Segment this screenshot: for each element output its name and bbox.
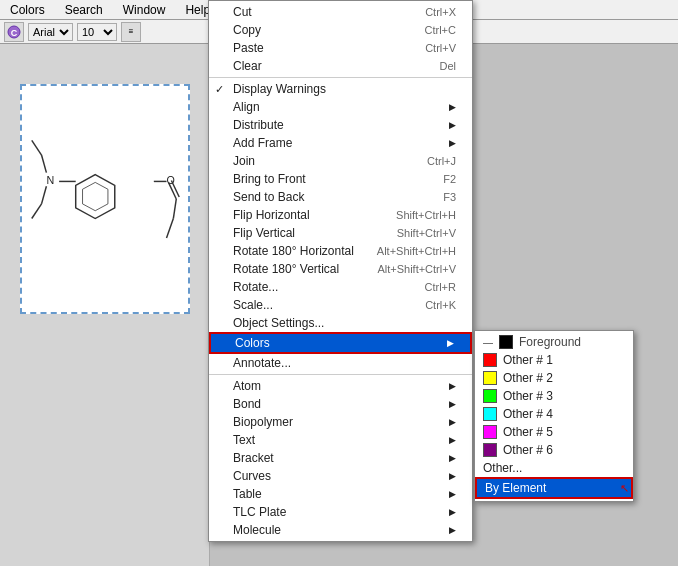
svg-line-8 — [42, 186, 47, 204]
svg-line-9 — [32, 204, 42, 219]
menu-rotate[interactable]: Rotate... Ctrl+R — [209, 278, 472, 296]
menu-add-frame[interactable]: Add Frame — [209, 134, 472, 152]
menu-display-warnings[interactable]: Display Warnings — [209, 80, 472, 98]
menu-send-to-back[interactable]: Send to Back F3 — [209, 188, 472, 206]
svg-line-15 — [167, 219, 174, 239]
svg-line-11 — [32, 140, 42, 155]
submenu-separator-line: — Foreground — [475, 333, 633, 351]
menu-bring-to-front[interactable]: Bring to Front F2 — [209, 170, 472, 188]
svg-text:N: N — [46, 174, 54, 186]
other3-swatch — [483, 389, 497, 403]
size-select[interactable]: 10 — [77, 23, 117, 41]
submenu-other4[interactable]: Other # 4 — [475, 405, 633, 423]
submenu-by-element[interactable]: By Element ↖ — [475, 477, 633, 499]
menu-rotate-180v[interactable]: Rotate 180° Vertical Alt+Shift+Ctrl+V — [209, 260, 472, 278]
svg-line-10 — [42, 155, 47, 173]
canvas-area: N O — [0, 44, 210, 566]
colors-submenu: — Foreground Other # 1 Other # 2 Other #… — [474, 330, 634, 502]
menu-rotate-180h[interactable]: Rotate 180° Horizontal Alt+Shift+Ctrl+H — [209, 242, 472, 260]
menu-bracket[interactable]: Bracket — [209, 449, 472, 467]
separator-2 — [209, 374, 472, 375]
svg-marker-3 — [83, 182, 108, 210]
menu-colors-container: Colors — Foreground Other # 1 Other # 2 — [209, 332, 472, 354]
menu-colors[interactable]: Colors — [209, 332, 472, 354]
font-select[interactable]: Arial — [28, 23, 73, 41]
menu-tlc-plate[interactable]: TLC Plate — [209, 503, 472, 521]
svg-text:C: C — [11, 28, 18, 38]
submenu-other2[interactable]: Other # 2 — [475, 369, 633, 387]
menu-distribute[interactable]: Distribute — [209, 116, 472, 134]
submenu-other-ellipsis[interactable]: Other... — [475, 459, 633, 477]
svg-line-13 — [171, 180, 179, 197]
menu-object-settings[interactable]: Object Settings... — [209, 314, 472, 332]
main-area: N O Cu — [0, 44, 678, 566]
svg-marker-2 — [76, 175, 115, 219]
menu-align[interactable]: Align — [209, 98, 472, 116]
menu-clear[interactable]: Clear Del — [209, 57, 472, 75]
submenu-other3[interactable]: Other # 3 — [475, 387, 633, 405]
menu-copy[interactable]: Copy Ctrl+C — [209, 21, 472, 39]
separator-1 — [209, 77, 472, 78]
menubar-search[interactable]: Search — [59, 2, 109, 18]
other1-swatch — [483, 353, 497, 367]
menubar-colors[interactable]: Colors — [4, 2, 51, 18]
context-menu: Cut Ctrl+X Copy Ctrl+C Paste Ctrl+V Clea… — [208, 0, 473, 542]
menubar-window[interactable]: Window — [117, 2, 172, 18]
toolbar-logo-icon[interactable]: C — [4, 22, 24, 42]
menu-atom[interactable]: Atom — [209, 377, 472, 395]
submenu-other6[interactable]: Other # 6 — [475, 441, 633, 459]
menu-join[interactable]: Join Ctrl+J — [209, 152, 472, 170]
menu-table[interactable]: Table — [209, 485, 472, 503]
other4-swatch — [483, 407, 497, 421]
menu-text[interactable]: Text — [209, 431, 472, 449]
submenu-other1[interactable]: Other # 1 — [475, 351, 633, 369]
menu-bond[interactable]: Bond — [209, 395, 472, 413]
cursor-icon: ↖ — [620, 482, 629, 495]
menu-scale[interactable]: Scale... Ctrl+K — [209, 296, 472, 314]
other6-swatch — [483, 443, 497, 457]
molecule-drawing: N O — [22, 86, 188, 312]
menu-biopolymer[interactable]: Biopolymer — [209, 413, 472, 431]
menu-cut[interactable]: Cut Ctrl+X — [209, 3, 472, 21]
other2-swatch — [483, 371, 497, 385]
menu-flip-vertical[interactable]: Flip Vertical Shift+Ctrl+V — [209, 224, 472, 242]
other5-swatch — [483, 425, 497, 439]
menu-paste[interactable]: Paste Ctrl+V — [209, 39, 472, 57]
menu-flip-horizontal[interactable]: Flip Horizontal Shift+Ctrl+H — [209, 206, 472, 224]
toolbar-extra-icon[interactable]: ≡ — [121, 22, 141, 42]
menu-annotate[interactable]: Annotate... — [209, 354, 472, 372]
canvas-box: N O — [20, 84, 190, 314]
svg-line-14 — [173, 199, 176, 219]
foreground-swatch — [499, 335, 513, 349]
menu-molecule[interactable]: Molecule — [209, 521, 472, 539]
menu-curves[interactable]: Curves — [209, 467, 472, 485]
submenu-other5[interactable]: Other # 5 — [475, 423, 633, 441]
